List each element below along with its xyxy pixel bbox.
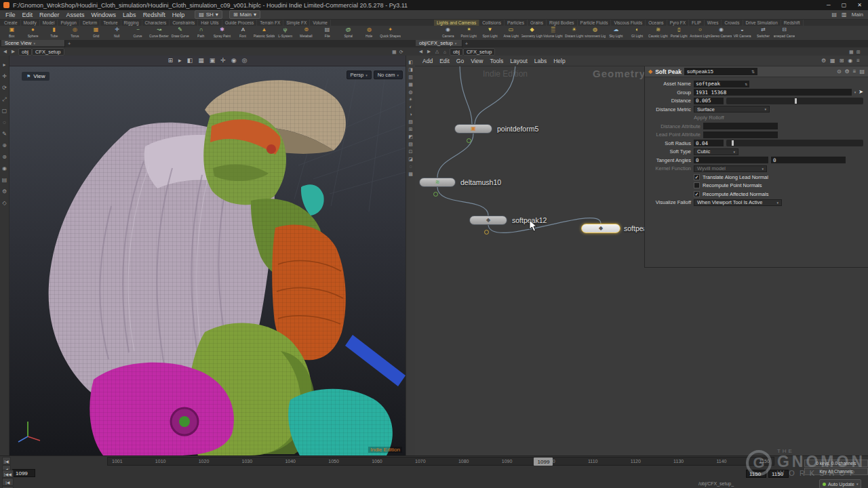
shelf-tab[interactable]: Particles <box>505 20 528 26</box>
recompute-affected-normals-checkbox[interactable]: ✓ <box>694 191 700 197</box>
add-icon[interactable]: ⊞ <box>856 49 861 54</box>
shelf-tool[interactable]: ✱ Spray Paint <box>212 26 233 39</box>
grid-icon[interactable]: ▦ <box>849 49 854 54</box>
shelf-tool[interactable]: ≋ Caustic Light <box>648 26 669 39</box>
shelf-tab[interactable]: Pyro FX <box>667 20 689 26</box>
shelf-tab[interactable]: Deform <box>80 20 100 26</box>
network-toolbar-icon[interactable]: ▦ <box>830 58 835 64</box>
shelf-tool[interactable]: ▒ Volume Light <box>542 26 564 39</box>
param-header-icon[interactable]: ▤ <box>859 69 865 75</box>
toolstrip-icon[interactable]: ◌ <box>3 120 6 125</box>
transport-button[interactable]: |◀ <box>2 457 11 465</box>
pane-tab[interactable]: Scene View▾ <box>1 40 65 46</box>
pane-tab[interactable]: obj/CFX_setup▾ <box>416 40 462 46</box>
display-toggle-icon[interactable]: ◍ <box>408 89 412 94</box>
display-toggle-icon[interactable]: ▩ <box>408 171 413 176</box>
node-deltamush10[interactable]: ≋ deltamush10 <box>419 178 456 187</box>
display-toggle-icon[interactable]: ◌ <box>409 164 412 169</box>
translate-along-lead-normal-checkbox[interactable]: ✓ <box>694 174 700 180</box>
node-softpeak12[interactable]: ◆ softpeak12 <box>469 216 507 225</box>
network-menu-item[interactable]: Labs <box>531 58 550 64</box>
refresh-icon[interactable]: ⟳ <box>399 49 403 54</box>
shelf-tab[interactable]: Terrain FX <box>257 20 283 26</box>
shelf-tab[interactable]: Wires <box>705 20 722 26</box>
shelf-tab[interactable]: Rigid Bodies <box>547 20 578 26</box>
shelf-tool[interactable]: ↝ Curve Bezier <box>149 26 170 39</box>
maximize-button[interactable]: ▢ <box>842 2 847 8</box>
shelf-tab[interactable]: Model <box>40 20 58 26</box>
forward-icon[interactable]: ▶ <box>426 49 432 54</box>
shelf-tab[interactable]: Volume <box>310 20 331 26</box>
persp-view-button[interactable]: Persp▾ <box>347 70 372 79</box>
distance-slider[interactable] <box>726 98 863 104</box>
shelf-tool[interactable]: ∩ Path <box>191 26 212 39</box>
shelf-tool[interactable]: ✛ Null <box>106 26 127 39</box>
shelf-tab[interactable]: Simple FX <box>283 20 310 26</box>
menu-item[interactable]: Labs <box>119 12 140 18</box>
node-flag-badge[interactable] <box>484 230 489 235</box>
shelf-tab[interactable]: Drive Simulation <box>743 20 781 26</box>
shelf-tab[interactable]: Crowds <box>722 20 743 26</box>
shelf-tool[interactable]: ▮ Tube <box>43 26 64 39</box>
shelf-tool[interactable]: A Font <box>233 26 254 39</box>
view-menu-chip[interactable]: ⚑ View <box>22 72 50 81</box>
group-field[interactable]: 1931 15368 <box>694 89 852 96</box>
home-icon[interactable]: ⌂ <box>442 49 448 54</box>
network-toolbar-icon[interactable]: ⊞ <box>840 58 844 64</box>
display-toggle-icon[interactable]: ⊞ <box>409 127 413 131</box>
shelf-tab[interactable]: Hair Utils <box>198 20 222 26</box>
viewport-toolbar-icon[interactable]: ◉ <box>231 58 237 64</box>
tangent-angle-field-2[interactable]: 0 <box>771 157 846 163</box>
menu-item[interactable]: Render <box>36 12 63 18</box>
up-icon[interactable]: △ <box>434 49 440 54</box>
transport-button[interactable]: |◀◀ <box>2 470 14 478</box>
viewport-toolbar-icon[interactable]: ◎ <box>242 58 248 64</box>
toolstrip-icon[interactable]: ▸ <box>3 62 5 68</box>
menu-item[interactable]: File <box>2 12 19 18</box>
display-toggle-icon[interactable]: ▨ <box>408 142 413 146</box>
viewport-toolbar-icon[interactable]: ▣ <box>210 58 216 64</box>
node-name-field[interactable]: softpeak15⇅ <box>684 68 757 75</box>
display-toggle-icon[interactable]: ◩ <box>408 134 413 139</box>
network-menu-item[interactable]: Go <box>453 58 467 64</box>
shelf-tool[interactable]: ◍ Environment Light <box>585 26 606 39</box>
network-toolbar-icon[interactable]: ≡ <box>856 58 860 64</box>
toolstrip-icon[interactable]: ⟳ <box>2 85 7 91</box>
shelf-tab[interactable]: Viscous Fluids <box>611 20 646 26</box>
shelf-tab[interactable]: Create <box>1 20 21 26</box>
display-toggle-icon[interactable]: ▦ <box>408 82 413 87</box>
shelf-tool[interactable]: ▭ Area Light <box>500 26 521 39</box>
node-flag-badge[interactable] <box>433 192 438 197</box>
shelf-tool[interactable]: ✶ Point Light <box>458 26 479 39</box>
shelf-tool[interactable]: ◐ GI Light <box>627 26 648 39</box>
shelf-tool[interactable]: ◒ VR Camera <box>732 26 753 39</box>
viewport-toolbar-icon[interactable]: ✛ <box>220 58 226 64</box>
menu-item[interactable]: Windows <box>88 12 120 18</box>
param-header-icon[interactable]: ≡ <box>853 69 856 75</box>
back-icon[interactable]: ◀ <box>418 49 424 54</box>
key-all-channels-button[interactable]: Key All Channels <box>804 468 868 475</box>
recompute-point-normals-checkbox[interactable] <box>694 182 700 188</box>
layout-icon[interactable]: ▤ <box>832 12 837 18</box>
shelf-tool[interactable]: ◆ Geometry Light <box>521 26 542 39</box>
breadcrumb[interactable]: CFX_setup <box>463 48 496 56</box>
shelf-tab[interactable]: Texture <box>100 20 121 26</box>
display-toggle-icon[interactable]: ☀ <box>408 97 412 102</box>
shelf-tool[interactable]: ☀ Distant Light <box>564 26 585 39</box>
new-pane-tab-button[interactable]: + <box>462 40 471 47</box>
range-end-field-b[interactable]: 1150 <box>768 470 789 478</box>
viewport-toolbar-icon[interactable]: ◧ <box>187 58 193 64</box>
network-toolbar-icon[interactable]: ⚙ <box>821 58 826 64</box>
shelf-tool[interactable]: ▼ Spot Light <box>479 26 500 39</box>
distance-field[interactable]: 0.005 <box>694 98 724 104</box>
display-toggle-icon[interactable]: ◧ <box>408 60 413 64</box>
display-toggle-icon[interactable]: ◐ <box>409 104 412 109</box>
menu-item[interactable]: Assets <box>63 12 88 18</box>
shelf-tool[interactable]: ◎ Torus <box>64 26 85 39</box>
new-pane-tab-button[interactable]: + <box>65 40 73 47</box>
node-pointdeform5[interactable]: ▣ pointdeform5 <box>454 124 492 134</box>
toolstrip-icon[interactable]: ✎ <box>2 131 7 137</box>
soft-radius-field[interactable]: 0.04 <box>694 140 724 146</box>
breadcrumb[interactable]: obj <box>450 48 463 56</box>
shelf-tool[interactable]: ▣ Box <box>1 26 22 39</box>
